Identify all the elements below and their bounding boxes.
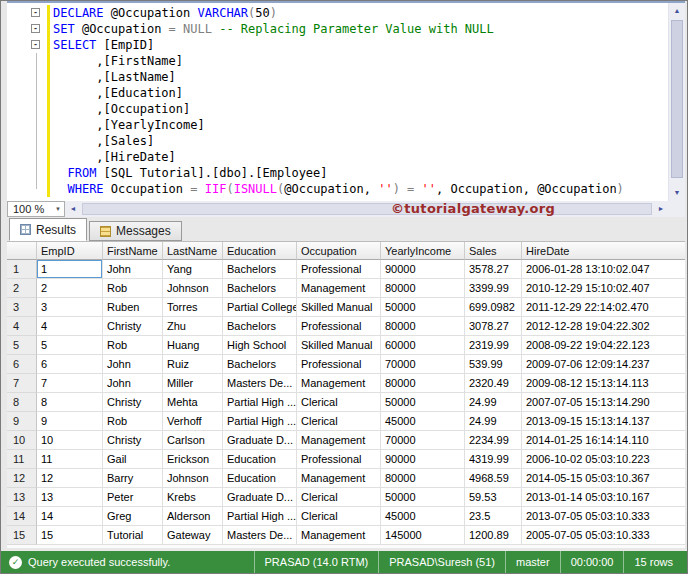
grid-cell[interactable]: 80000 [381,374,465,393]
fold-collapse-icon[interactable]: - [31,24,40,33]
grid-cell[interactable]: Greg [103,507,163,526]
grid-cell[interactable]: 70000 [381,355,465,374]
scroll-right-icon[interactable]: ► [653,201,669,217]
grid-cell[interactable]: John [103,355,163,374]
column-header-education[interactable]: Education [223,242,297,260]
grid-cell[interactable]: 2013-09-15 15:13:14.137 [522,412,685,431]
grid-cell[interactable]: 11 [37,450,103,469]
grid-cell[interactable]: 5 [37,336,103,355]
grid-cell[interactable]: Clerical [297,507,381,526]
grid-cell[interactable]: Mehta [163,393,223,412]
editor-vertical-scrollbar[interactable]: ▲ ▼ [668,3,685,201]
grid-cell[interactable]: Zhu [163,317,223,336]
column-header-occupation[interactable]: Occupation [297,242,381,260]
grid-cell[interactable]: 2013-07-05 05:03:10.333 [522,507,685,526]
scroll-down-icon[interactable]: ▼ [669,185,685,201]
grid-cell[interactable]: Education [223,469,297,488]
sql-editor[interactable]: -DECLARE @Occupation VARCHAR(50)-SET @Oc… [7,1,685,217]
grid-cell[interactable]: 2 [37,279,103,298]
column-header-sales[interactable]: Sales [465,242,522,260]
grid-cell[interactable]: Graduate D... [223,488,297,507]
scroll-up-icon[interactable]: ▲ [669,3,685,19]
grid-cell[interactable]: Masters De... [223,374,297,393]
vertical-scroll-thumb[interactable] [671,20,683,178]
grid-cell[interactable]: Education [223,450,297,469]
grid-cell[interactable]: 2234.99 [465,431,522,450]
grid-cell[interactable]: Management [297,431,381,450]
grid-cell[interactable]: Management [297,374,381,393]
grid-cell[interactable]: Management [297,526,381,545]
grid-cell[interactable]: 50000 [381,488,465,507]
grid-cell[interactable]: 3 [37,298,103,317]
grid-cell[interactable]: Carlson [163,431,223,450]
grid-cell[interactable]: Management [297,469,381,488]
grid-cell[interactable]: Rob [103,279,163,298]
grid-cell[interactable]: 2005-07-05 05:03:10.333 [522,526,685,545]
grid-cell[interactable]: 3578.27 [465,260,522,279]
row-number-cell[interactable]: 10 [7,431,37,450]
grid-cell[interactable]: Bachelors [223,317,297,336]
grid-cell[interactable]: 4968.59 [465,469,522,488]
grid-cell[interactable]: Professional [297,260,381,279]
grid-cell[interactable]: John [103,374,163,393]
grid-cell[interactable]: Yang [163,260,223,279]
row-number-cell[interactable]: 13 [7,488,37,507]
grid-cell[interactable]: Clerical [297,488,381,507]
grid-cell[interactable]: High School [223,336,297,355]
fold-collapse-icon[interactable]: - [31,40,40,49]
grid-cell[interactable]: 2319.99 [465,336,522,355]
grid-cell[interactable]: 2006-01-28 13:10:02.047 [522,260,685,279]
grid-cell[interactable]: Rob [103,336,163,355]
grid-cell[interactable]: 2320.49 [465,374,522,393]
grid-cell[interactable]: 80000 [381,469,465,488]
grid-cell[interactable]: 9 [37,412,103,431]
column-header-empid[interactable]: EmpID [37,242,103,260]
grid-cell[interactable]: Christy [103,393,163,412]
grid-cell[interactable]: 2013-01-14 05:03:10.167 [522,488,685,507]
grid-cell[interactable]: 24.99 [465,393,522,412]
editor-horizontal-scrollbar[interactable]: ◄ ► ©tutorialgateway.org [65,201,669,217]
horizontal-scroll-thumb[interactable] [82,203,652,215]
grid-cell[interactable]: Clerical [297,412,381,431]
grid-cell[interactable]: Peter [103,488,163,507]
grid-cell[interactable]: Gateway [163,526,223,545]
tab-results[interactable]: Results [9,218,87,241]
grid-cell[interactable]: 45000 [381,507,465,526]
scroll-left-icon[interactable]: ◄ [65,201,81,217]
grid-cell[interactable]: Management [297,279,381,298]
column-header-yearlyincome[interactable]: YearlyIncome [381,242,465,260]
grid-cell[interactable]: 4 [37,317,103,336]
grid-cell[interactable]: 90000 [381,450,465,469]
row-number-cell[interactable]: 6 [7,355,37,374]
grid-cell[interactable]: Erickson [163,450,223,469]
grid-cell[interactable]: Johnson [163,469,223,488]
grid-cell[interactable]: 2014-05-15 05:03:10.367 [522,469,685,488]
grid-cell[interactable]: 70000 [381,431,465,450]
grid-cell[interactable]: Torres [163,298,223,317]
grid-cell[interactable]: Clerical [297,393,381,412]
grid-cell[interactable]: Johnson [163,279,223,298]
grid-cell[interactable]: 90000 [381,260,465,279]
grid-cell[interactable]: 80000 [381,317,465,336]
grid-cell[interactable]: 14 [37,507,103,526]
row-number-cell[interactable]: 15 [7,526,37,545]
grid-cell[interactable]: 23.5 [465,507,522,526]
grid-cell[interactable]: 2014-01-25 16:14:14.110 [522,431,685,450]
grid-cell[interactable]: Professional [297,317,381,336]
grid-cell[interactable]: Alderson [163,507,223,526]
row-number-header[interactable] [7,242,37,260]
grid-cell[interactable]: John [103,260,163,279]
grid-cell[interactable]: Partial College [223,298,297,317]
grid-cell[interactable]: 8 [37,393,103,412]
row-number-cell[interactable]: 8 [7,393,37,412]
grid-cell[interactable]: Miller [163,374,223,393]
grid-cell[interactable]: Verhoff [163,412,223,431]
grid-cell[interactable]: Partial High ... [223,412,297,431]
tab-messages[interactable]: Messages [89,221,182,241]
grid-cell[interactable]: Tutorial [103,526,163,545]
column-header-hiredate[interactable]: HireDate [522,242,685,260]
code-area[interactable]: -DECLARE @Occupation VARCHAR(50)-SET @Oc… [7,3,669,201]
grid-cell[interactable]: 6 [37,355,103,374]
row-number-cell[interactable]: 2 [7,279,37,298]
grid-cell[interactable]: Ruiz [163,355,223,374]
